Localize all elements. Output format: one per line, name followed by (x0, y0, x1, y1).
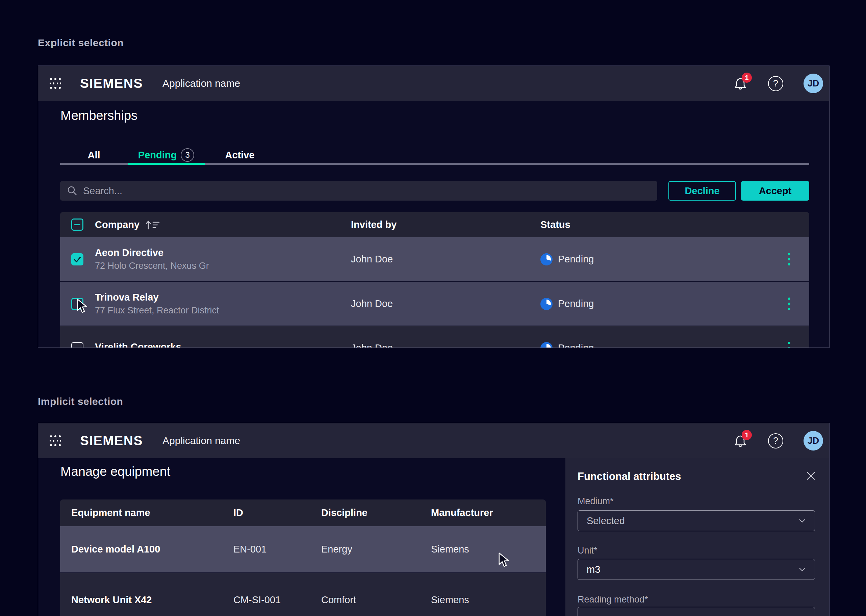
column-header-manufacturer: Manufacturer (431, 507, 493, 519)
pending-status-icon (541, 342, 553, 348)
functional-attributes-panel: Functional attributes Medium* Selected U… (566, 458, 830, 616)
reading-method-select[interactable] (578, 607, 815, 616)
row-checkbox-checked[interactable] (71, 253, 83, 266)
section-label-explicit: Explicit selection (38, 37, 124, 49)
table-row[interactable]: Virelith Coreworks John Doe Pending (60, 325, 809, 348)
avatar[interactable]: JD (803, 74, 823, 93)
tab-pending[interactable]: Pending 3 (128, 146, 205, 164)
table-row[interactable]: Network Unit X42 CM-SI-001 Comfort Sieme… (60, 572, 546, 616)
company-address: 72 Holo Crescent, Nexus Gr (95, 261, 209, 271)
pending-count-badge: 3 (181, 148, 194, 162)
equipment-name: Device model A100 (71, 544, 160, 555)
column-header-equipment-name: Equipment name (71, 507, 150, 519)
page-title: Memberships (60, 108, 137, 123)
tab-all[interactable]: All (60, 146, 128, 164)
company-name: Trinova Relay (95, 292, 219, 303)
search-input[interactable] (83, 185, 651, 196)
app-header: SIEMENS Application name 1 ? JD (38, 423, 829, 458)
select-all-checkbox[interactable] (71, 218, 83, 231)
field-label-unit: Unit* (578, 545, 597, 556)
column-header-invited-by: Invited by (351, 219, 396, 230)
active-tab-indicator (128, 163, 205, 165)
page-title: Manage equipment (60, 464, 170, 479)
equipment-manufacturer: Siemens (431, 544, 469, 555)
avatar[interactable]: JD (803, 431, 823, 451)
row-menu-kebab-icon[interactable] (786, 340, 792, 348)
application-name: Application name (162, 78, 240, 89)
equipment-manufacturer: Siemens (431, 594, 469, 605)
app-launcher-icon[interactable] (50, 435, 61, 446)
tab-underline (60, 163, 809, 165)
column-header-id: ID (233, 507, 243, 519)
row-menu-kebab-icon[interactable] (786, 251, 792, 267)
equipment-discipline: Comfort (321, 594, 356, 605)
accept-button[interactable]: Accept (741, 181, 809, 201)
row-menu-kebab-icon[interactable] (786, 295, 792, 312)
status-text: Pending (558, 343, 594, 348)
company-address: 77 Flux Street, Reactor District (95, 305, 219, 316)
search-icon (67, 185, 78, 196)
invited-by: John Doe (351, 343, 393, 348)
equipment-name: Network Unit X42 (71, 594, 152, 605)
company-name: Aeon Directive (95, 247, 209, 258)
notifications-button[interactable]: 1 (734, 434, 747, 448)
memberships-app-window: SIEMENS Application name 1 ? JD Membersh… (38, 66, 830, 348)
column-header-status: Status (541, 219, 571, 230)
section-label-implicit: Implicit selection (38, 396, 123, 407)
siemens-logo: SIEMENS (80, 76, 143, 91)
app-header: SIEMENS Application name 1 ? JD (38, 66, 829, 101)
notifications-button[interactable]: 1 (734, 77, 747, 90)
medium-value: Selected (587, 515, 798, 526)
equipment-app-window: SIEMENS Application name 1 ? JD Manage e… (38, 423, 830, 616)
table-row[interactable]: Device model A100 EN-001 Energy Siemens (60, 526, 546, 572)
status-text: Pending (558, 254, 594, 265)
table-header: Company Invited by Status (60, 212, 809, 237)
unit-value: m3 (587, 564, 798, 575)
application-name: Application name (162, 435, 240, 446)
equipment-table: Equipment name ID Discipline Manufacture… (60, 500, 546, 616)
status-text: Pending (558, 298, 594, 310)
tab-bar: All Pending 3 Active (60, 146, 275, 164)
row-checkbox-unchecked[interactable] (71, 342, 83, 348)
medium-select[interactable]: Selected (578, 510, 815, 531)
help-button[interactable]: ? (768, 433, 783, 448)
field-label-medium: Medium* (578, 496, 614, 507)
unit-select[interactable]: m3 (578, 559, 815, 580)
pending-status-icon (541, 253, 553, 266)
field-label-reading-method: Reading method* (578, 594, 648, 605)
close-icon[interactable] (805, 470, 817, 482)
company-name: Virelith Coreworks (95, 341, 181, 348)
row-checkbox-hover[interactable] (71, 298, 83, 310)
pending-status-icon (541, 298, 553, 310)
notification-badge: 1 (742, 72, 752, 83)
screenshot-canvas: Explicit selection SIEMENS Application n… (0, 0, 866, 616)
panel-title: Functional attributes (578, 470, 681, 482)
chevron-down-icon (798, 567, 806, 572)
table-row[interactable]: Trinova Relay 77 Flux Street, Reactor Di… (60, 281, 809, 325)
chevron-down-icon (798, 518, 806, 523)
memberships-table: Company Invited by Status (60, 212, 809, 348)
notification-badge: 1 (742, 430, 752, 440)
table-header: Equipment name ID Discipline Manufacture… (60, 500, 546, 526)
equipment-id: CM-SI-001 (233, 594, 281, 605)
invited-by: John Doe (351, 254, 393, 265)
app-launcher-icon[interactable] (50, 78, 61, 89)
tab-active[interactable]: Active (205, 146, 275, 164)
help-button[interactable]: ? (768, 76, 783, 91)
column-header-discipline: Discipline (321, 507, 368, 519)
invited-by: John Doe (351, 298, 393, 310)
decline-button[interactable]: Decline (668, 181, 736, 201)
equipment-discipline: Energy (321, 544, 352, 555)
sort-ascending-icon (145, 219, 161, 230)
table-row[interactable]: Aeon Directive 72 Holo Crescent, Nexus G… (60, 237, 809, 281)
column-header-company[interactable]: Company (95, 212, 161, 237)
siemens-logo: SIEMENS (80, 433, 143, 448)
search-bar (60, 181, 657, 201)
equipment-id: EN-001 (233, 544, 267, 555)
